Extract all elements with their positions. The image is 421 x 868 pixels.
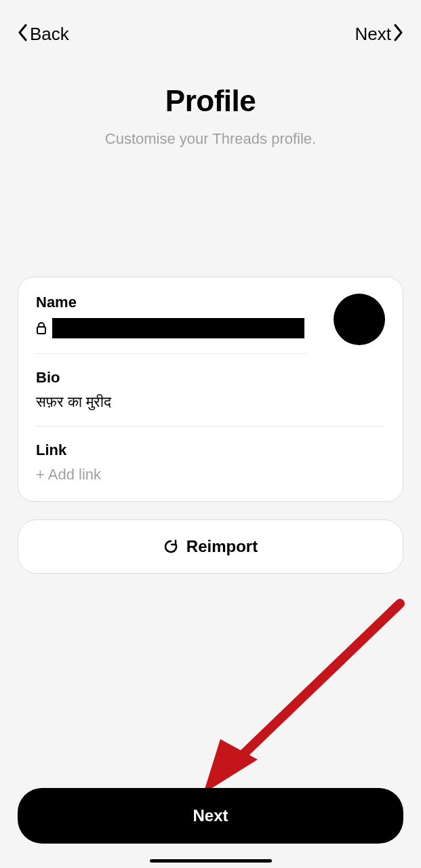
- link-label: Link: [36, 441, 385, 459]
- name-value-redacted: [52, 318, 304, 338]
- lock-icon: [36, 321, 47, 335]
- back-button[interactable]: Back: [18, 24, 69, 45]
- chevron-right-icon: [394, 24, 403, 45]
- chevron-left-icon: [18, 24, 27, 45]
- next-primary-button[interactable]: Next: [18, 788, 403, 844]
- svg-marker-1: [203, 739, 258, 793]
- reimport-label: Reimport: [186, 537, 258, 556]
- next-nav-label: Next: [355, 24, 391, 45]
- divider: [36, 353, 307, 354]
- name-label: Name: [36, 294, 385, 311]
- annotation-arrow-icon: [197, 597, 407, 800]
- name-field[interactable]: Name: [36, 294, 385, 354]
- profile-card: Name Bio सफ़र का मुरीद Link + Add link: [18, 277, 403, 502]
- page-title: Profile: [0, 84, 421, 118]
- name-value-row: [36, 318, 307, 338]
- bio-field[interactable]: Bio सफ़र का मुरीद: [36, 369, 385, 427]
- back-label: Back: [30, 24, 69, 45]
- next-nav-button[interactable]: Next: [355, 24, 403, 45]
- bio-value: सफ़र का मुरीद: [36, 393, 385, 411]
- link-field[interactable]: Link + Add link: [36, 441, 385, 484]
- bio-label: Bio: [36, 369, 385, 387]
- header-block: Profile Customise your Threads profile.: [0, 84, 421, 148]
- add-link-placeholder: + Add link: [36, 466, 385, 484]
- home-indicator[interactable]: [150, 859, 272, 863]
- top-nav: Back Next: [0, 0, 421, 49]
- refresh-icon: [163, 539, 178, 554]
- svg-rect-0: [37, 327, 45, 334]
- divider: [36, 426, 385, 427]
- page-subtitle: Customise your Threads profile.: [0, 130, 421, 148]
- reimport-button[interactable]: Reimport: [18, 519, 403, 574]
- next-primary-label: Next: [193, 806, 228, 825]
